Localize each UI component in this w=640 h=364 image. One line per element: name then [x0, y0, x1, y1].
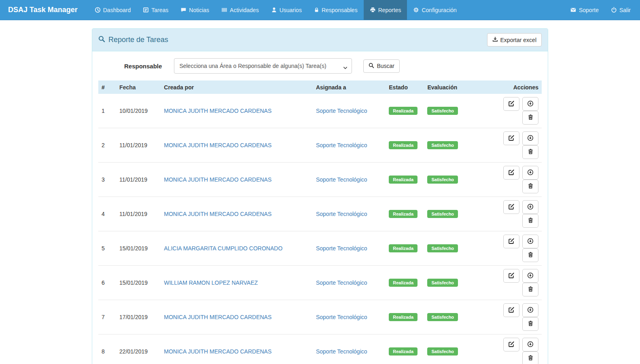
row-number: 5: [98, 231, 116, 266]
asignada-a-link[interactable]: Soporte Tecnológico: [316, 279, 367, 286]
asignada-a-link[interactable]: Soporte Tecnológico: [316, 314, 367, 320]
trash-icon: [528, 217, 534, 224]
trash-icon: [528, 355, 534, 362]
download-button[interactable]: [522, 303, 538, 317]
estado-badge: Realizada: [389, 176, 417, 184]
col-header-evaluacion: Evaluación: [424, 80, 485, 94]
edit-icon: [508, 341, 515, 349]
edit-button[interactable]: [503, 97, 519, 111]
trash-icon: [528, 183, 534, 190]
top-navbar: DSAJ Task Manager Dashboard Tareas Notic…: [0, 0, 640, 20]
buscar-button[interactable]: Buscar: [363, 59, 400, 73]
brand[interactable]: DSAJ Task Manager: [2, 0, 84, 20]
download-button[interactable]: [522, 97, 538, 111]
creada-por-link[interactable]: MONICA JUDITH MERCADO CARDENAS: [164, 176, 271, 183]
edit-button[interactable]: [503, 200, 519, 214]
bars-icon: [221, 7, 227, 13]
asignada-a-link[interactable]: Soporte Tecnológico: [316, 348, 367, 355]
row-actions: [485, 334, 542, 364]
row-actions: [485, 266, 542, 300]
col-header-estado: Estado: [386, 80, 424, 94]
page-title-text: Reporte de Tareas: [108, 36, 168, 44]
nav-item-responsables[interactable]: Responsables: [308, 0, 364, 20]
edit-button[interactable]: [503, 131, 519, 145]
delete-button[interactable]: [522, 180, 538, 193]
nav-item-label: Dashboard: [103, 7, 131, 13]
trash-icon: [528, 252, 534, 259]
edit-button[interactable]: [503, 235, 519, 248]
delete-button[interactable]: [522, 283, 538, 296]
row-actions: [485, 163, 542, 197]
table-row: 7 17/01/2019 MONICA JUDITH MERCADO CARDE…: [98, 300, 542, 334]
estado-badge: Realizada: [389, 279, 417, 287]
delete-button[interactable]: [522, 351, 538, 364]
trash-icon: [528, 148, 534, 156]
download-button[interactable]: [522, 131, 538, 145]
download-circle-icon: [527, 203, 534, 211]
asignada-a-link[interactable]: Soporte Tecnológico: [316, 211, 367, 217]
delete-button[interactable]: [522, 317, 538, 331]
creada-por-link[interactable]: MONICA JUDITH MERCADO CARDENAS: [164, 211, 271, 217]
estado-badge: Realizada: [389, 141, 417, 149]
delete-button[interactable]: [522, 214, 538, 228]
edit-icon: [508, 307, 515, 314]
row-fecha: 15/01/2019: [116, 266, 161, 300]
edit-button[interactable]: [503, 269, 519, 283]
nav-item-soporte[interactable]: Soporte: [564, 0, 605, 20]
nav-item-label: Soporte: [579, 7, 599, 13]
nav-item-dashboard[interactable]: Dashboard: [89, 0, 137, 20]
row-actions: [485, 128, 542, 163]
nav-item-salir[interactable]: Salir: [605, 0, 637, 20]
estado-badge: Realizada: [389, 210, 417, 218]
row-fecha: 11/01/2019: [116, 163, 161, 197]
nav-item-reportes[interactable]: Reportes: [364, 0, 407, 20]
download-circle-icon: [527, 341, 534, 349]
creada-por-link[interactable]: MONICA JUDITH MERCADO CARDENAS: [164, 314, 271, 320]
delete-button[interactable]: [522, 248, 538, 262]
nav-item-label: Tareas: [151, 7, 168, 13]
nav-item-tareas[interactable]: Tareas: [137, 0, 174, 20]
download-circle-icon: [527, 169, 534, 177]
nav-menu: Dashboard Tareas Noticias Actividades Us…: [89, 0, 463, 20]
edit-button[interactable]: [503, 338, 519, 351]
edit-button[interactable]: [503, 303, 519, 317]
nav-item-label: Configuración: [422, 7, 456, 13]
export-excel-label: Exportar excel: [500, 37, 536, 43]
estado-badge: Realizada: [389, 244, 417, 252]
delete-button[interactable]: [522, 111, 538, 125]
trash-icon: [528, 286, 534, 293]
asignada-a-link[interactable]: Soporte Tecnológico: [316, 108, 367, 114]
edit-button[interactable]: [503, 166, 519, 180]
creada-por-link[interactable]: MONICA JUDITH MERCADO CARDENAS: [164, 348, 271, 355]
edit-icon: [508, 238, 515, 245]
creada-por-link[interactable]: WILLIAM RAMON LOPEZ NARVAEZ: [164, 279, 258, 286]
asignada-a-link[interactable]: Soporte Tecnológico: [316, 176, 367, 183]
download-circle-icon: [527, 135, 534, 142]
download-button[interactable]: [522, 235, 538, 248]
page-title: Reporte de Tareas: [98, 36, 168, 44]
creada-por-link[interactable]: MONICA JUDITH MERCADO CARDENAS: [164, 108, 271, 114]
creada-por-link[interactable]: ALICIA MARGARITA CUMPLIDO CORONADO: [164, 245, 282, 252]
delete-button[interactable]: [522, 145, 538, 159]
tasks-table-wrap: # Fecha Creada por Asignada a Estado Eva…: [92, 80, 548, 364]
evaluacion-badge: Satisfecho: [427, 210, 458, 218]
asignada-a-link[interactable]: Soporte Tecnológico: [316, 245, 367, 252]
download-button[interactable]: [522, 269, 538, 283]
row-fecha: 11/01/2019: [116, 197, 161, 231]
creada-por-link[interactable]: MONICA JUDITH MERCADO CARDENAS: [164, 142, 271, 148]
row-fecha: 22/01/2019: [116, 334, 161, 364]
tasks-table: # Fecha Creada por Asignada a Estado Eva…: [98, 80, 542, 364]
nav-item-noticias[interactable]: Noticias: [174, 0, 215, 20]
export-excel-button[interactable]: Exportar excel: [487, 33, 542, 47]
asignada-a-link[interactable]: Soporte Tecnológico: [316, 142, 367, 148]
download-button[interactable]: [522, 166, 538, 180]
row-actions: [485, 197, 542, 231]
responsable-select[interactable]: Selecciona una Área o Responsable de alg…: [174, 58, 352, 74]
nav-menu-right: Soporte Salir: [564, 0, 637, 20]
nav-item-actividades[interactable]: Actividades: [215, 0, 265, 20]
nav-item-configuracion[interactable]: Configuración: [407, 0, 462, 20]
download-button[interactable]: [522, 200, 538, 214]
nav-item-usuarios[interactable]: Usuarios: [265, 0, 308, 20]
download-button[interactable]: [522, 338, 538, 351]
edit-icon: [508, 100, 515, 108]
